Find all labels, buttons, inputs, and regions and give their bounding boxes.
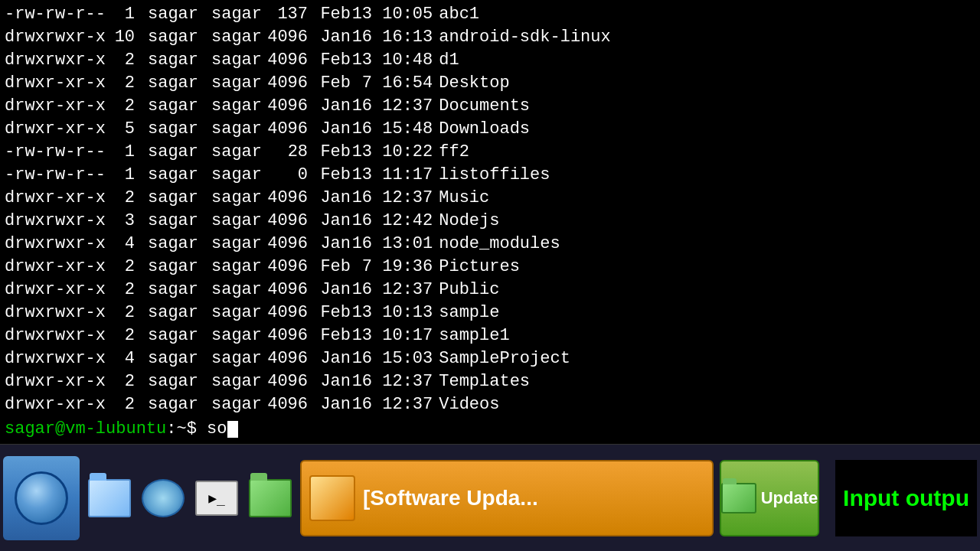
day: 13 [351,302,372,324]
permissions: drwxr-xr-x [5,393,106,416]
links: 1 [112,141,135,164]
filename: Documents [439,95,530,118]
permissions: drwxr-xr-x [5,72,106,95]
group: sagar [204,187,262,210]
terminal-line: -rw-rw-r-- 1 sagar sagar137 Feb13 10:05a… [5,3,975,26]
filename: d1 [439,49,459,72]
prompt-line[interactable]: sagar@vm-lubuntu:~$ so [5,418,975,441]
owner: sagar [141,302,198,324]
file-manager2-button[interactable] [243,456,297,540]
size: 4096 [262,95,308,118]
month: Jan [314,95,351,118]
network-icon [142,479,185,517]
time: 13:01 [372,233,433,256]
group: sagar [204,3,262,26]
permissions: -rw-rw-r-- [5,164,106,187]
group: sagar [204,164,262,187]
links: 2 [112,324,135,347]
terminal-line: drwxr-xr-x 2 sagar sagar4096 Feb7 19:36P… [5,256,975,279]
owner: sagar [141,95,198,118]
prompt-command: so [207,418,227,441]
permissions: drwxr-xr-x [5,118,106,141]
size: 4096 [262,279,308,302]
filename: Public [439,279,499,302]
permissions: drwxr-xr-x [5,279,106,302]
terminal-line: drwxrwxr-x 4 sagar sagar4096 Jan16 13:01… [5,233,975,256]
owner: sagar [141,141,198,164]
links: 2 [112,95,135,118]
time: 12:37 [372,95,433,118]
group: sagar [204,72,262,95]
file-manager2-icon [249,479,292,517]
size: 4096 [262,118,308,141]
owner: sagar [141,347,198,370]
day: 16 [351,95,372,118]
network-button[interactable] [136,456,190,540]
size: 4096 [262,210,308,233]
terminal-line: drwxrwxr-x 2 sagar sagar4096 Feb13 10:13… [5,302,975,324]
owner: sagar [141,393,198,416]
file-manager-button[interactable] [83,456,136,540]
size: 4096 [262,302,308,324]
terminal-line: drwxr-xr-x 2 sagar sagar4096 Jan16 12:37… [5,187,975,210]
size: 137 [262,3,308,26]
group: sagar [204,302,262,324]
filename: Videos [439,393,499,416]
day: 16 [351,393,372,416]
month: Feb [314,3,351,26]
terminal-line: drwxr-xr-x 2 sagar sagar4096 Jan16 12:37… [5,95,975,118]
file-manager-icon [88,479,131,517]
update-fm-icon [721,483,756,514]
owner: sagar [141,3,198,26]
software-update-icon [309,475,355,521]
month: Feb [314,324,351,347]
time: 19:36 [372,256,433,279]
links: 5 [112,118,135,141]
owner: sagar [141,233,198,256]
group: sagar [204,210,262,233]
terminal-line: -rw-rw-r-- 1 sagar sagar0 Feb13 11:17lis… [5,164,975,187]
terminal-button[interactable]: ▶_ [190,456,243,540]
terminal-line: drwxrwxr-x 2 sagar sagar4096 Feb13 10:17… [5,324,975,347]
time: 10:13 [372,302,433,324]
terminal-line: drwxrwxr-x 4 sagar sagar4096 Jan16 15:03… [5,347,975,370]
day: 16 [351,118,372,141]
links: 2 [112,256,135,279]
size: 4096 [262,347,308,370]
update-button[interactable]: Update [720,460,819,536]
filename: Templates [439,370,530,393]
terminal-line: -rw-rw-r-- 1 sagar sagar28 Feb13 10:22ff… [5,141,975,164]
owner: sagar [141,187,198,210]
month: Jan [314,347,351,370]
permissions: drwxrwxr-x [5,302,106,324]
start-button[interactable] [3,456,80,540]
owner: sagar [141,49,198,72]
group: sagar [204,95,262,118]
software-update-label: [Software Upda... [363,486,538,510]
month: Jan [314,210,351,233]
taskbar: ▶_ [Software Upda... Update Input outpu [0,444,980,551]
month: Jan [314,118,351,141]
filename: sample1 [439,324,509,347]
input-output-label: Input outpu [843,485,969,511]
month: Jan [314,370,351,393]
day: 16 [351,26,372,49]
time: 15:48 [372,118,433,141]
owner: sagar [141,26,198,49]
links: 2 [112,187,135,210]
month: Feb [314,49,351,72]
day: 13 [351,324,372,347]
links: 4 [112,347,135,370]
permissions: -rw-rw-r-- [5,3,106,26]
size: 4096 [262,370,308,393]
terminal-line: drwxrwxr-x 10 sagar sagar4096 Jan16 16:1… [5,26,975,49]
software-update-button[interactable]: [Software Upda... [300,460,714,536]
filename: abc1 [439,3,479,26]
group: sagar [204,256,262,279]
month: Jan [314,187,351,210]
terminal-line: drwxr-xr-x 2 sagar sagar4096 Jan16 12:37… [5,370,975,393]
day: 16 [351,279,372,302]
day: 16 [351,347,372,370]
time: 11:17 [372,164,433,187]
links: 2 [112,279,135,302]
